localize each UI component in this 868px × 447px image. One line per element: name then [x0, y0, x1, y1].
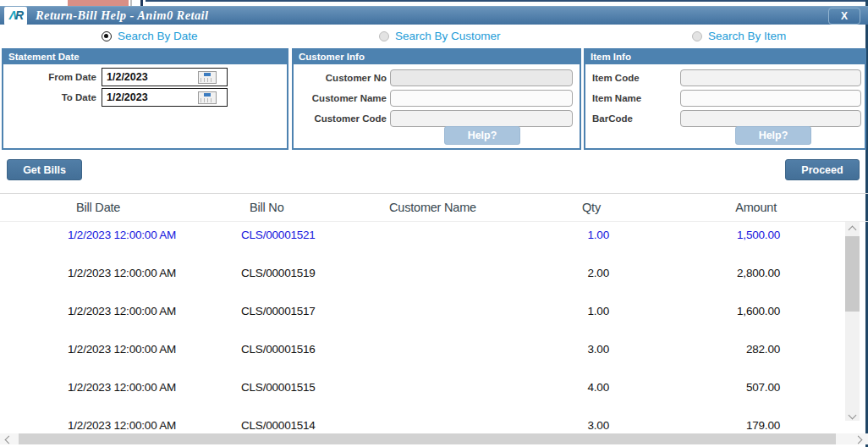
cell-qty: 2.00: [525, 267, 609, 279]
cell-qty: 1.00: [525, 305, 609, 317]
vertical-scrollbar[interactable]: [845, 222, 860, 421]
radio-label: Search By Item: [708, 30, 786, 42]
item-help-button[interactable]: Help?: [735, 126, 811, 145]
cell-bill-no: CLS/00001517: [241, 305, 385, 317]
barcode-row: BarCode: [585, 109, 865, 127]
vertical-scrollbar-thumb[interactable]: [845, 236, 860, 312]
column-header-bill-date: Bill Date: [76, 201, 120, 214]
group-header: Statement Date: [3, 50, 287, 64]
to-date-input[interactable]: [102, 91, 198, 105]
grid-rows: 1/2/2023 12:00:00 AM CLS/00001521 1.00 1…: [0, 222, 868, 447]
cell-bill-date: 1/2/2023 12:00:00 AM: [68, 305, 233, 317]
bills-grid: Bill Date Bill No Customer Name Qty Amou…: [0, 193, 868, 447]
calendar-icon[interactable]: [198, 71, 217, 84]
cell-amount: 1,500.00: [611, 229, 780, 241]
table-row[interactable]: 1/2/2023 12:00:00 AM CLS/00001517 1.00 1…: [0, 298, 868, 336]
table-row[interactable]: 1/2/2023 12:00:00 AM CLS/00001521 1.00 1…: [0, 222, 868, 260]
from-date-input[interactable]: [102, 70, 198, 85]
radio-search-by-customer[interactable]: Search By Customer: [379, 30, 501, 42]
item-name-row: Item Name: [585, 89, 865, 107]
dialog-titlebar: ΛR Return-Bill Help - Anim0 Retail X: [0, 6, 868, 25]
app-logo-icon: ΛR: [4, 7, 27, 25]
item-code-input[interactable]: [680, 69, 861, 86]
cell-bill-no: CLS/00001519: [241, 267, 385, 279]
calendar-icon[interactable]: [198, 91, 217, 104]
group-header: Item Info: [585, 50, 865, 64]
cell-bill-date: 1/2/2023 12:00:00 AM: [68, 419, 233, 432]
from-date-label: From Date: [10, 72, 96, 82]
customer-name-row: Customer Name: [294, 89, 580, 107]
customer-help-button[interactable]: Help?: [444, 126, 520, 145]
column-header-qty: Qty: [558, 201, 601, 214]
table-row[interactable]: 1/2/2023 12:00:00 AM CLS/00001515 4.00 5…: [0, 374, 868, 412]
item-code-row: Item Code: [585, 69, 865, 86]
radio-circle-icon: [379, 31, 389, 41]
grid-header-row: Bill Date Bill No Customer Name Qty Amou…: [0, 194, 868, 222]
customer-name-label: Customer Name: [297, 93, 387, 103]
cell-bill-date: 1/2/2023 12:00:00 AM: [68, 229, 233, 241]
horizontal-scrollbar-thumb[interactable]: [19, 433, 836, 444]
scroll-down-icon[interactable]: [845, 407, 860, 421]
customer-code-input[interactable]: [390, 110, 573, 127]
column-header-amount: Amount: [609, 201, 777, 214]
cell-bill-no: CLS/00001521: [241, 229, 385, 241]
customer-name-input[interactable]: [390, 90, 573, 107]
cell-qty: 3.00: [525, 419, 609, 432]
horizontal-scrollbar[interactable]: [0, 433, 868, 444]
cell-bill-no: CLS/00001514: [241, 419, 385, 432]
from-date-field-wrap: [102, 68, 228, 86]
cell-bill-date: 1/2/2023 12:00:00 AM: [68, 381, 233, 394]
statement-date-group: Statement Date From Date To Date: [2, 48, 288, 150]
cell-bill-date: 1/2/2023 12:00:00 AM: [68, 267, 233, 279]
column-header-customer-name: Customer Name: [389, 201, 476, 214]
background-divider: [130, 0, 132, 6]
cell-bill-no: CLS/00001515: [241, 381, 385, 394]
table-row[interactable]: 1/2/2023 12:00:00 AM CLS/00001516 3.00 2…: [0, 336, 868, 374]
barcode-input[interactable]: [680, 110, 861, 127]
cell-qty: 4.00: [525, 381, 609, 394]
cell-amount: 2,800.00: [611, 267, 780, 279]
to-date-label: To Date: [10, 92, 96, 102]
cell-qty: 1.00: [525, 229, 609, 241]
cell-amount: 282.00: [611, 343, 780, 356]
radio-circle-icon: [102, 31, 112, 41]
scroll-up-icon[interactable]: [845, 222, 860, 235]
cell-amount: 179.00: [611, 419, 780, 432]
radio-search-by-item[interactable]: Search By Item: [692, 30, 786, 42]
barcode-label: BarCode: [592, 113, 677, 124]
cell-amount: 507.00: [611, 381, 780, 394]
column-header-bill-no: Bill No: [250, 201, 284, 214]
group-header: Customer Info: [294, 50, 580, 64]
get-bills-button[interactable]: Get Bills: [7, 159, 82, 180]
item-name-label: Item Name: [592, 93, 677, 103]
radio-label: Search By Customer: [395, 30, 501, 42]
close-button[interactable]: X: [828, 8, 860, 25]
cell-bill-no: CLS/00001516: [241, 343, 385, 356]
scroll-right-icon[interactable]: [851, 433, 865, 444]
item-info-group: Item Info Item Code Item Name BarCode He…: [584, 48, 866, 150]
item-name-input[interactable]: [680, 90, 861, 107]
customer-no-row: Customer No: [294, 69, 580, 86]
customer-code-label: Customer Code: [297, 113, 387, 124]
background-window-strip: [0, 0, 868, 6]
radio-circle-icon: [692, 31, 702, 41]
background-window-border: [140, 0, 143, 6]
customer-no-label: Customer No: [297, 73, 387, 83]
table-row[interactable]: 1/2/2023 12:00:00 AM CLS/00001519 2.00 2…: [0, 260, 868, 298]
cell-bill-date: 1/2/2023 12:00:00 AM: [68, 343, 233, 356]
dialog-title: Return-Bill Help - Anim0 Retail: [36, 8, 208, 23]
scroll-left-icon[interactable]: [2, 433, 15, 444]
to-date-field-wrap: [102, 88, 228, 107]
proceed-button[interactable]: Proceed: [785, 159, 860, 180]
radio-label: Search By Date: [118, 30, 198, 42]
radio-search-by-date[interactable]: Search By Date: [102, 30, 198, 42]
cell-qty: 3.00: [525, 343, 609, 356]
customer-no-input[interactable]: [390, 69, 573, 86]
cell-amount: 1,600.00: [611, 305, 780, 317]
customer-code-row: Customer Code: [294, 109, 580, 127]
customer-info-group: Customer Info Customer No Customer Name …: [292, 48, 581, 150]
item-code-label: Item Code: [592, 73, 677, 83]
